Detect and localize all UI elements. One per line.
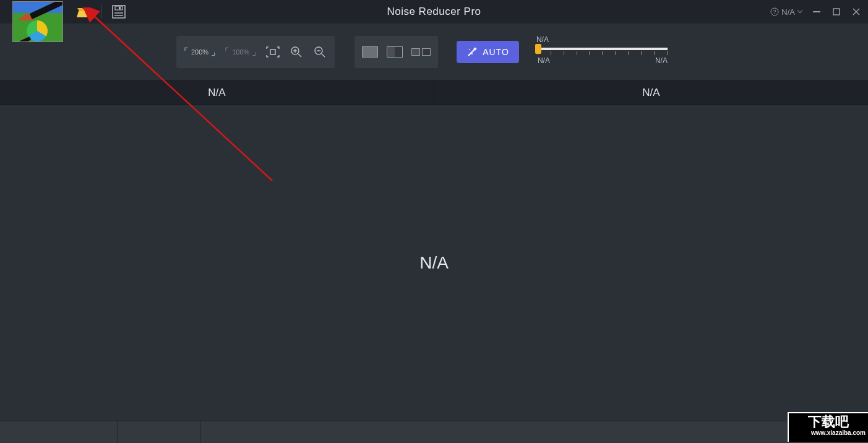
app-logo [12, 1, 63, 42]
noise-slider[interactable]: N/A N/A N/A [538, 39, 668, 65]
minimize-icon [812, 7, 821, 16]
help-menu-label: N/A [781, 7, 795, 17]
zoom-out-button[interactable] [312, 45, 327, 59]
slider-min-label: N/A [538, 56, 550, 65]
auto-button[interactable]: AUTO [457, 41, 519, 63]
maximize-button[interactable] [831, 6, 842, 17]
panel-header-right-label: N/A [642, 87, 660, 99]
help-menu[interactable]: ? N/A [770, 7, 802, 17]
svg-point-20 [469, 49, 470, 50]
slider-max-label: N/A [655, 56, 668, 65]
zoom-in-button[interactable] [289, 45, 304, 59]
magic-wand-icon [466, 46, 478, 58]
auto-button-label: AUTO [483, 47, 509, 57]
bracket-left-icon: ⌜ [184, 46, 189, 58]
maximize-icon [833, 8, 840, 15]
panel-header-left-label: N/A [208, 87, 225, 99]
titlebar-left-tools [74, 2, 129, 21]
panel-header-left: N/A [0, 80, 434, 105]
svg-rect-11 [270, 49, 275, 54]
panel-headers: N/A N/A [0, 80, 868, 105]
slider-ticks [538, 51, 668, 55]
slider-top-label: N/A [536, 35, 549, 44]
svg-rect-8 [833, 9, 840, 15]
minimize-button[interactable] [811, 6, 822, 17]
open-file-button[interactable] [74, 2, 95, 21]
bracket-left-icon: ⌜ [225, 46, 230, 58]
folder-open-icon [77, 6, 93, 18]
svg-rect-2 [119, 7, 121, 9]
svg-text:?: ? [773, 9, 776, 15]
zoom-200-label: 200% [191, 48, 208, 56]
svg-line-13 [298, 54, 301, 57]
titlebar: Noise Reducer Pro ? N/A [0, 0, 868, 24]
bracket-right-icon: ⌟ [252, 46, 257, 58]
zoom-100-label: 100% [232, 48, 249, 56]
zoom-tool-group: ⌜ 200% ⌟ ⌜ 100% ⌟ [176, 36, 335, 68]
svg-line-17 [322, 54, 325, 57]
close-button[interactable] [851, 6, 862, 17]
fit-screen-button[interactable] [265, 45, 280, 59]
svg-point-21 [471, 53, 473, 54]
status-cell-1 [0, 421, 118, 443]
zoom-in-icon [290, 46, 303, 58]
close-icon [853, 8, 860, 15]
slider-thumb[interactable] [535, 44, 541, 54]
titlebar-right-tools: ? N/A [770, 6, 862, 17]
view-mode-group [355, 36, 438, 68]
zoom-100-button[interactable]: ⌜ 100% ⌟ [225, 46, 257, 58]
view-split-button[interactable] [387, 46, 403, 58]
toolbar-divider [101, 5, 102, 19]
view-compare-button[interactable] [411, 48, 431, 56]
status-bar [0, 421, 868, 443]
watermark-text: 下载吧 [791, 415, 866, 429]
chevron-down-icon [797, 10, 802, 14]
app-title: Noise Reducer Pro [387, 6, 481, 18]
status-cell-2 [118, 421, 201, 443]
fit-screen-icon [266, 46, 280, 58]
svg-rect-4 [114, 15, 123, 16]
watermark: 下载吧 www.xiazaiba.com [788, 412, 868, 442]
view-single-button[interactable] [362, 46, 378, 58]
slider-track[interactable] [538, 48, 668, 50]
watermark-url: www.xiazaiba.com [791, 429, 866, 436]
help-circle-icon: ? [770, 7, 779, 16]
panel-header-right: N/A [434, 80, 868, 105]
main-placeholder-text: N/A [419, 253, 449, 273]
bracket-right-icon: ⌟ [211, 46, 216, 58]
zoom-out-icon [314, 46, 326, 58]
floppy-disk-icon [112, 5, 126, 19]
main-canvas: N/A [0, 105, 868, 421]
save-button[interactable] [108, 2, 129, 21]
main-toolbar: ⌜ 200% ⌟ ⌜ 100% ⌟ [0, 24, 868, 80]
zoom-200-button[interactable]: ⌜ 200% ⌟ [184, 46, 216, 58]
svg-rect-3 [114, 12, 123, 14]
slider-range-labels: N/A N/A [538, 56, 668, 65]
